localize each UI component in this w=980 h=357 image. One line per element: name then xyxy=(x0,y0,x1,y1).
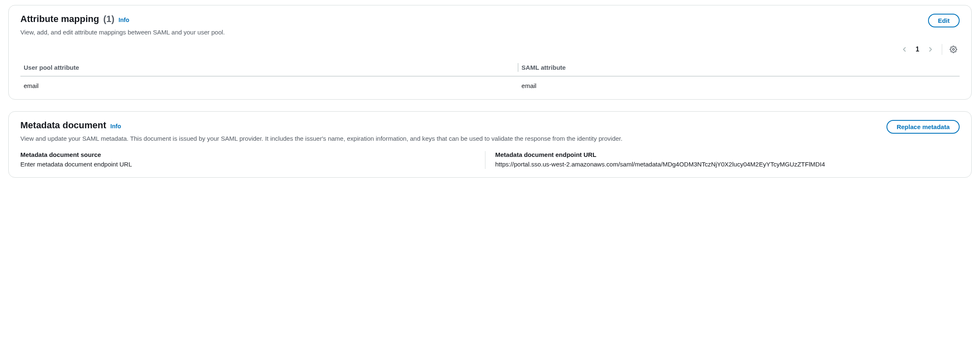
attribute-mapping-description: View, add, and edit attribute mappings b… xyxy=(20,28,225,37)
attribute-mapping-count: (1) xyxy=(103,14,114,24)
metadata-endpoint-value: https://portal.sso.us-west-2.amazonaws.c… xyxy=(495,160,952,169)
metadata-source-value: Enter metadata document endpoint URL xyxy=(20,160,477,169)
replace-metadata-button[interactable]: Replace metadata xyxy=(886,120,960,134)
metadata-document-panel: Metadata document Info View and update y… xyxy=(8,111,972,178)
metadata-grid: Metadata document source Enter metadata … xyxy=(20,151,960,169)
chevron-right-icon[interactable] xyxy=(927,46,934,53)
table-header-row: User pool attribute SAML attribute xyxy=(20,59,960,76)
page-number: 1 xyxy=(916,46,919,53)
pager-separator xyxy=(942,44,942,55)
pagination: 1 xyxy=(20,44,960,55)
chevron-left-icon[interactable] xyxy=(901,46,908,53)
attribute-mapping-panel: Attribute mapping (1) Info View, add, an… xyxy=(8,5,972,100)
edit-button[interactable]: Edit xyxy=(928,14,960,27)
attribute-mapping-table: User pool attribute SAML attribute email… xyxy=(20,59,960,91)
panel-header: Metadata document Info View and update y… xyxy=(20,120,960,143)
metadata-document-info-link[interactable]: Info xyxy=(111,123,121,130)
metadata-document-description: View and update your SAML metadata. This… xyxy=(20,134,623,143)
panel-header: Attribute mapping (1) Info View, add, an… xyxy=(20,14,960,37)
attribute-mapping-title: Attribute mapping xyxy=(20,14,99,24)
gear-icon[interactable] xyxy=(950,46,957,53)
metadata-document-title: Metadata document xyxy=(20,120,106,131)
metadata-source-column: Metadata document source Enter metadata … xyxy=(20,151,485,169)
col-user-pool-attribute[interactable]: User pool attribute xyxy=(20,59,518,76)
cell-user-pool-attribute: email xyxy=(20,76,518,91)
metadata-source-label: Metadata document source xyxy=(20,151,477,158)
metadata-endpoint-label: Metadata document endpoint URL xyxy=(495,151,952,158)
metadata-endpoint-column: Metadata document endpoint URL https://p… xyxy=(485,151,960,169)
attribute-mapping-info-link[interactable]: Info xyxy=(118,17,129,23)
cell-saml-attribute: email xyxy=(518,76,960,91)
table-row: email email xyxy=(20,76,960,91)
col-saml-attribute[interactable]: SAML attribute xyxy=(518,59,960,76)
svg-point-0 xyxy=(953,49,955,51)
